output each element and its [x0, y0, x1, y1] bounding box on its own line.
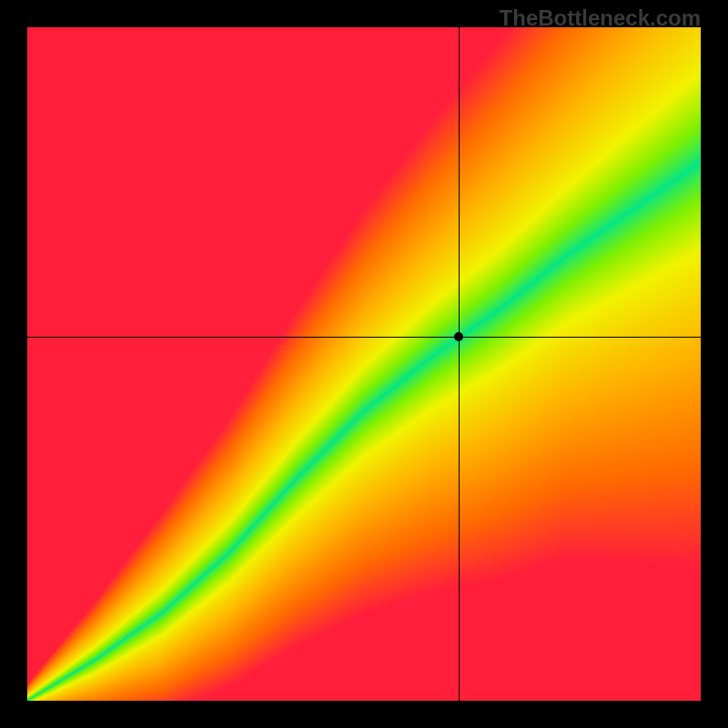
marker-point	[454, 332, 463, 341]
chart-frame: TheBottleneck.com	[0, 0, 728, 728]
watermark-text: TheBottleneck.com	[500, 5, 701, 31]
plot-area	[27, 27, 701, 701]
crosshair-horizontal	[27, 337, 701, 338]
heatmap-canvas	[27, 27, 701, 701]
crosshair-vertical	[459, 27, 460, 701]
